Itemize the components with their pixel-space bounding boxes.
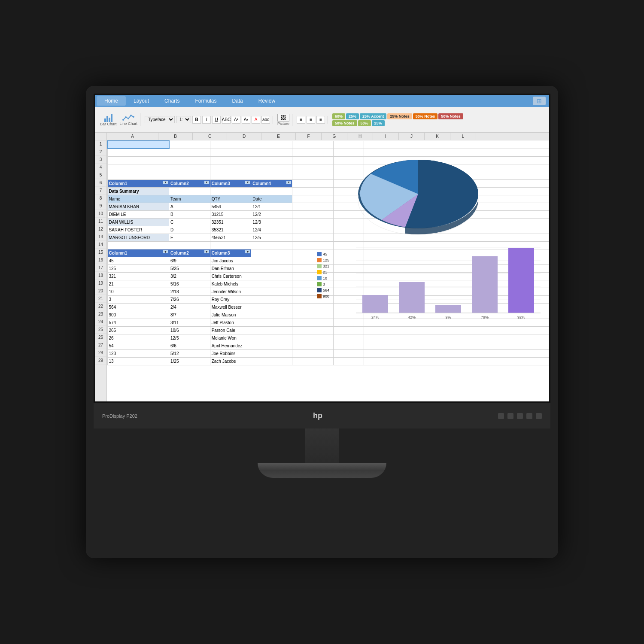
cell-f22[interactable] bbox=[333, 303, 364, 311]
cell-d22[interactable] bbox=[251, 303, 292, 311]
cell-f26[interactable] bbox=[333, 334, 364, 342]
cell-d2[interactable] bbox=[251, 149, 292, 156]
cell-a2[interactable] bbox=[107, 149, 169, 156]
cell-c10[interactable]: 31215 bbox=[210, 210, 251, 218]
lowercase-button[interactable]: abc bbox=[261, 116, 270, 124]
cell-b18[interactable]: 3/2 bbox=[169, 272, 210, 280]
cell-f2[interactable] bbox=[333, 149, 364, 156]
cell-f13[interactable] bbox=[333, 234, 364, 241]
cell-f24[interactable] bbox=[333, 319, 364, 326]
cell-e22[interactable] bbox=[292, 303, 334, 311]
cell-c20[interactable]: Jennifer Wilson bbox=[210, 288, 251, 295]
cell-a25[interactable]: 265 bbox=[107, 326, 169, 334]
col-header-i[interactable]: I bbox=[373, 133, 399, 140]
style-60[interactable]: 60% bbox=[332, 113, 345, 119]
cell-b26[interactable]: 12/5 bbox=[169, 334, 210, 342]
cell-b24[interactable]: 3/11 bbox=[169, 319, 210, 326]
cell-d28[interactable] bbox=[251, 349, 292, 357]
style-50-notes-3[interactable]: 50% Notes bbox=[332, 120, 357, 126]
bar-chart-button[interactable]: Bar Chart bbox=[100, 113, 117, 126]
cell-c17[interactable]: Dan Elfman bbox=[210, 264, 251, 272]
cell-e29[interactable] bbox=[292, 357, 334, 365]
cell-e3[interactable] bbox=[292, 156, 334, 164]
style-25[interactable]: 25% bbox=[372, 120, 385, 126]
cell-g18[interactable] bbox=[364, 272, 549, 280]
cell-b2[interactable] bbox=[169, 149, 210, 156]
cell-b4[interactable] bbox=[169, 164, 210, 172]
cell-d29[interactable] bbox=[251, 357, 292, 365]
cell-f17[interactable] bbox=[333, 264, 364, 272]
cell-g4[interactable] bbox=[364, 164, 549, 172]
cell-c25[interactable]: Parson Cale bbox=[210, 326, 251, 334]
cell-a23[interactable]: 900 bbox=[107, 311, 169, 319]
cell-g16[interactable] bbox=[364, 257, 549, 264]
superscript-button[interactable]: A² bbox=[232, 116, 240, 124]
cell-f6[interactable] bbox=[333, 179, 364, 187]
cell-f21[interactable] bbox=[333, 295, 364, 303]
subscript-button[interactable]: A₂ bbox=[242, 116, 250, 124]
font-select[interactable]: Typeface bbox=[145, 116, 175, 123]
cell-a3[interactable] bbox=[107, 156, 169, 164]
cell-g1[interactable] bbox=[364, 141, 549, 149]
cell-a14[interactable] bbox=[107, 241, 169, 249]
cell-d3[interactable] bbox=[251, 156, 292, 164]
cell-b20[interactable]: 2/18 bbox=[169, 288, 210, 295]
cell-b10[interactable]: B bbox=[169, 210, 210, 218]
cell-e21[interactable] bbox=[292, 295, 334, 303]
col-header-j[interactable]: J bbox=[399, 133, 425, 140]
cell-a13[interactable]: MARGO LUNSFORD bbox=[107, 234, 169, 241]
cell-d25[interactable] bbox=[251, 326, 292, 334]
cell-f8[interactable] bbox=[333, 195, 364, 203]
cell-b6[interactable]: Column2 ▼ bbox=[169, 179, 210, 187]
cell-e8[interactable] bbox=[292, 195, 334, 203]
cell-a26[interactable]: 26 bbox=[107, 334, 169, 342]
cell-e28[interactable] bbox=[292, 349, 334, 357]
cell-d21[interactable] bbox=[251, 295, 292, 303]
cell-d9[interactable]: 12/1 bbox=[251, 203, 292, 210]
cell-c16[interactable]: Jim Jacobs bbox=[210, 257, 251, 264]
menu-review[interactable]: Review bbox=[251, 96, 283, 106]
cell-c11[interactable]: 32351 bbox=[210, 218, 251, 226]
cell-d16[interactable] bbox=[251, 257, 292, 264]
cell-g3[interactable] bbox=[364, 156, 549, 164]
cell-e18[interactable] bbox=[292, 272, 334, 280]
cell-g22[interactable] bbox=[364, 303, 549, 311]
style-25-accent[interactable]: 25% Accent bbox=[360, 113, 386, 119]
cell-f27[interactable] bbox=[333, 342, 364, 349]
cell-a16[interactable]: 45 bbox=[107, 257, 169, 264]
cell-a21[interactable]: 3 bbox=[107, 295, 169, 303]
style-50-notes-1[interactable]: 50% Notes bbox=[413, 113, 438, 119]
cell-f16[interactable] bbox=[333, 257, 364, 264]
cell-g7[interactable] bbox=[364, 187, 549, 195]
cell-e2[interactable] bbox=[292, 149, 334, 156]
cell-a12[interactable]: SARAH FOSTER bbox=[107, 226, 169, 234]
cell-f23[interactable] bbox=[333, 311, 364, 319]
cell-d8[interactable]: Date bbox=[251, 195, 292, 203]
cell-b23[interactable]: 8/7 bbox=[169, 311, 210, 319]
cell-d4[interactable] bbox=[251, 164, 292, 172]
cell-f3[interactable] bbox=[333, 156, 364, 164]
align-center-button[interactable]: ≡ bbox=[307, 116, 315, 124]
cell-e12[interactable] bbox=[292, 226, 334, 234]
cell-c5[interactable] bbox=[210, 172, 251, 179]
cell-c19[interactable]: Kaleb Michels bbox=[210, 280, 251, 288]
col-header-h[interactable]: H bbox=[347, 133, 373, 140]
cell-e27[interactable] bbox=[292, 342, 334, 349]
cell-d27[interactable] bbox=[251, 342, 292, 349]
cell-d23[interactable] bbox=[251, 311, 292, 319]
col-header-b[interactable]: B bbox=[158, 133, 193, 140]
cell-c24[interactable]: Jeff Plaston bbox=[210, 319, 251, 326]
cell-a29[interactable]: 13 bbox=[107, 357, 169, 365]
cell-a5[interactable] bbox=[107, 172, 169, 179]
monitor-btn-5[interactable] bbox=[536, 413, 542, 419]
cell-d11[interactable]: 12/3 bbox=[251, 218, 292, 226]
cell-b16[interactable]: 6/9 bbox=[169, 257, 210, 264]
cell-b1[interactable] bbox=[169, 141, 210, 149]
cell-e25[interactable] bbox=[292, 326, 334, 334]
cell-g14[interactable] bbox=[364, 241, 549, 249]
cell-g24[interactable] bbox=[364, 319, 549, 326]
cell-e15[interactable] bbox=[292, 249, 334, 257]
cell-b3[interactable] bbox=[169, 156, 210, 164]
cell-g20[interactable] bbox=[364, 288, 549, 295]
align-left-button[interactable]: ≡ bbox=[297, 116, 305, 124]
